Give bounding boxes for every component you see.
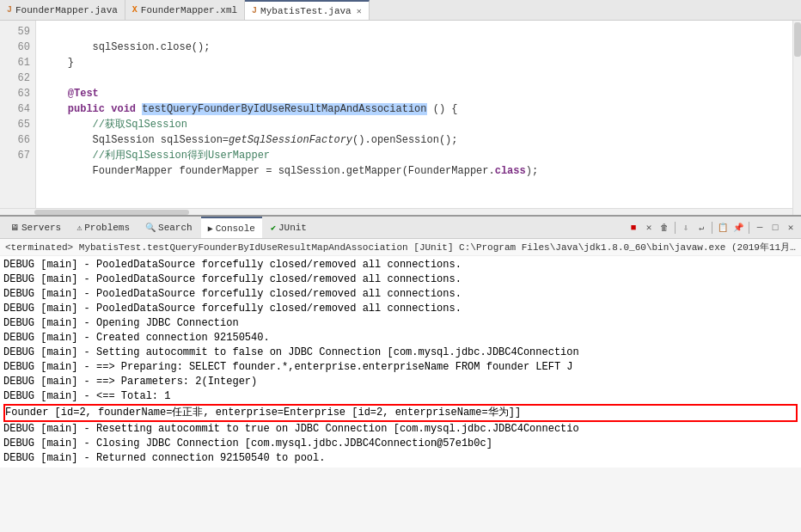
tab-founder-mapper-xml[interactable]: X FounderMapper.xml [125, 0, 245, 20]
editor-tab-bar: J FounderMapper.java X FounderMapper.xml… [0, 0, 801, 21]
separator [675, 222, 676, 234]
code-text[interactable]: sqlSession.close(); } @Test public void … [36, 21, 801, 215]
java-icon: J [7, 5, 12, 15]
tab-label: MybatisTest.java [260, 6, 352, 16]
pin-button[interactable]: 📌 [731, 221, 745, 235]
code-editor: 59 60 61 62 63 64 65 66 67 sqlSession.cl… [0, 21, 801, 217]
java-icon: J [252, 6, 257, 15]
console-line: DEBUG [main] - Created connection 921505… [3, 331, 798, 345]
panel-tab-junit[interactable]: ✔ JUnit [264, 217, 314, 238]
junit-icon: ✔ [271, 223, 276, 233]
panel-tab-problems[interactable]: ⚠ Problems [70, 217, 137, 238]
panel-tab-servers[interactable]: 🖥 Servers [3, 217, 68, 238]
warning-icon: ⚠ [76, 223, 82, 233]
console-line: DEBUG [main] - PooledDataSource forceful… [3, 287, 798, 302]
console-line: DEBUG [main] - Resetting autocommit to t… [3, 422, 798, 437]
console-icon: ▶ [208, 223, 213, 234]
panel-tab-label: Console [216, 223, 255, 234]
line-numbers: 59 60 61 62 63 64 65 66 67 [0, 21, 36, 215]
panel-tab-console[interactable]: ▶ Console [201, 217, 262, 238]
tab-label: FounderMapper.java [15, 5, 118, 15]
close-panel-button[interactable]: ✕ [784, 221, 798, 235]
scroll-lock-button[interactable]: ⇩ [679, 221, 693, 235]
tab-founder-mapper-java[interactable]: J FounderMapper.java [0, 0, 125, 20]
open-console-button[interactable]: 📋 [716, 221, 730, 235]
panel-tab-label: JUnit [278, 223, 307, 233]
word-wrap-button[interactable]: ↵ [694, 221, 708, 235]
console-highlighted-line: Founder [id=2, founderName=任正非, enterpri… [3, 404, 798, 422]
minimize-button[interactable]: ─ [753, 221, 767, 235]
separator2 [712, 222, 712, 234]
console-toolbar-icons: ■ ✕ 🗑 ⇩ ↵ 📋 📌 ─ □ ✕ [627, 221, 798, 235]
clear-console-button[interactable]: 🗑 [657, 221, 671, 235]
server-icon: 🖥 [10, 223, 19, 233]
separator3 [749, 222, 749, 234]
console-output: DEBUG [main] - PooledDataSource forceful… [0, 256, 801, 468]
app-window: J FounderMapper.java X FounderMapper.xml… [0, 0, 801, 468]
panel-tab-search[interactable]: 🔍 Search [138, 217, 199, 238]
editor-hscrollbar-thumb[interactable] [34, 210, 189, 215]
panel-tab-label: Search [158, 223, 193, 233]
editor-vscrollbar[interactable] [792, 21, 801, 215]
console-line: DEBUG [main] - Setting autocommit to fal… [3, 345, 798, 360]
console-line: DEBUG [main] - Returned connection 92150… [3, 451, 798, 466]
console-line: DEBUG [main] - PooledDataSource forceful… [3, 272, 798, 287]
maximize-button[interactable]: □ [768, 221, 782, 235]
console-line: DEBUG [main] - Opening JDBC Connection [3, 316, 798, 331]
remove-button[interactable]: ✕ [642, 221, 656, 235]
console-terminated-header: <terminated> MybatisTest.testQueryFounde… [0, 239, 801, 256]
editor-hscrollbar[interactable] [0, 208, 792, 215]
panel-tab-label: Servers [21, 223, 61, 233]
editor-vscrollbar-thumb[interactable] [794, 22, 801, 57]
console-line: DEBUG [main] - ==> Preparing: SELECT fou… [3, 360, 798, 375]
console-line: DEBUG [main] - PooledDataSource forceful… [3, 302, 798, 316]
stop-button[interactable]: ■ [627, 221, 640, 235]
panel-toolbar: 🖥 Servers ⚠ Problems 🔍 Search ▶ Console … [0, 217, 801, 239]
console-line: DEBUG [main] - ==> Parameters: 2(Integer… [3, 375, 798, 389]
console-line: DEBUG [main] - Closing JDBC Connection [… [3, 437, 798, 451]
tab-close-icon[interactable]: ✕ [357, 6, 362, 16]
search-icon: 🔍 [145, 223, 156, 233]
console-line: DEBUG [main] - PooledDataSource forceful… [3, 258, 798, 272]
tab-label: FounderMapper.xml [141, 5, 237, 15]
panel-tab-label: Problems [84, 223, 130, 233]
tab-mybatis-test-java[interactable]: J MybatisTest.java ✕ [245, 0, 370, 20]
console-line: DEBUG [main] - <== Total: 1 [3, 389, 798, 404]
xml-icon: X [132, 5, 138, 15]
